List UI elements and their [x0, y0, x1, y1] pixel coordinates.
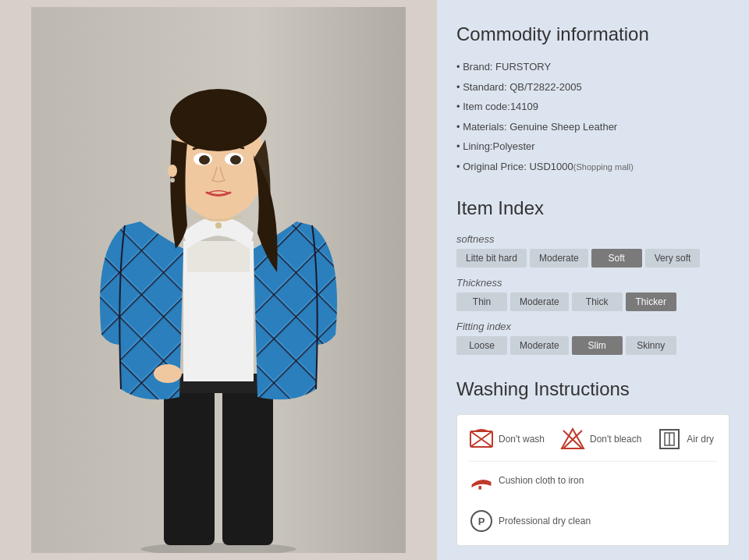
product-image: [0, 0, 437, 560]
index-rows: softnessLitte bit hardModerateSoftVery s…: [456, 233, 729, 355]
index-buttons-1: ThinModerateThickThicker: [456, 292, 729, 311]
washing-divider: [469, 461, 717, 462]
pro-dry-clean-label: Professional dry clean: [499, 516, 591, 526]
index-btn-1-3[interactable]: Thicker: [626, 292, 676, 311]
svg-point-16: [199, 155, 210, 165]
index-btn-1-0[interactable]: Thin: [456, 292, 507, 311]
commodity-detail-item: • Brand: FURSTORY: [456, 59, 729, 75]
no-wash-label: Don't wash: [499, 434, 545, 445]
svg-rect-7: [222, 381, 273, 545]
index-row-label-2: Fitting index: [456, 321, 729, 332]
index-btn-1-2[interactable]: Thick: [572, 292, 623, 311]
no-bleach-icon: [560, 427, 585, 452]
index-row-label-1: Thickness: [456, 277, 729, 289]
index-row-2: Fitting indexLooseModerateSlimSkinny: [456, 321, 729, 355]
cushion-iron-label: Cushion cloth to iron: [499, 475, 584, 486]
index-btn-2-2[interactable]: Slim: [572, 336, 623, 355]
svg-rect-6: [164, 381, 215, 545]
svg-rect-10: [187, 241, 250, 272]
washing-title: Washing Instructions: [456, 378, 729, 400]
index-buttons-0: Litte bit hardModerateSoftVery soft: [456, 249, 729, 268]
cushion-iron-icon: [469, 468, 494, 493]
index-buttons-2: LooseModerateSlimSkinny: [456, 336, 729, 355]
cushion-iron-item: Cushion cloth to iron: [469, 468, 584, 493]
commodity-title: Commodity information: [456, 23, 729, 45]
index-row-label-0: softness: [456, 233, 729, 245]
index-btn-2-0[interactable]: Loose: [456, 336, 507, 355]
no-bleach-item: Don't bleach: [560, 427, 641, 452]
commodity-detail-item: • Original Price: USD1000(Shopping mall): [456, 159, 729, 175]
no-bleach-label: Don't bleach: [590, 434, 641, 445]
index-btn-0-0[interactable]: Litte bit hard: [456, 249, 527, 268]
index-btn-2-1[interactable]: Moderate: [510, 336, 569, 355]
svg-text:P: P: [478, 516, 485, 527]
commodity-detail-item: • Materials: Genuine Sheep Leather: [456, 119, 729, 135]
index-btn-2-3[interactable]: Skinny: [626, 336, 676, 355]
commodity-detail-item: • Standard: QB/T2822-2005: [456, 80, 729, 95]
product-info-panel: Commodity information • Brand: FURSTORY•…: [437, 0, 749, 560]
washing-section: Washing Instructions Don't wash: [456, 378, 729, 546]
no-wash-icon: [469, 427, 494, 452]
svg-point-17: [230, 155, 241, 165]
svg-point-20: [215, 222, 222, 229]
commodity-detail-item: • Lining:Polyester: [456, 139, 729, 154]
index-row-0: softnessLitte bit hardModerateSoftVery s…: [456, 233, 729, 268]
washing-row-1: Don't wash Don't bleach: [469, 427, 717, 452]
item-index-section: Item Index softnessLitte bit hardModerat…: [456, 197, 729, 355]
svg-rect-29: [478, 486, 481, 489]
washing-box: Don't wash Don't bleach: [456, 414, 729, 546]
index-row-1: ThicknessThinModerateThickThicker: [456, 277, 729, 311]
svg-point-18: [168, 165, 177, 177]
product-image-panel: [0, 0, 437, 560]
air-dry-item: Air dry: [657, 427, 714, 452]
index-btn-1-1[interactable]: Moderate: [510, 292, 569, 311]
item-index-title: Item Index: [456, 197, 729, 219]
index-btn-0-1[interactable]: Moderate: [530, 249, 588, 268]
washing-row-2: Cushion cloth to iron P Professional dry…: [469, 468, 717, 533]
index-btn-0-2[interactable]: Soft: [591, 249, 642, 268]
svg-point-19: [170, 178, 175, 183]
air-dry-label: Air dry: [687, 434, 714, 445]
svg-point-21: [154, 364, 182, 383]
index-btn-0-3[interactable]: Very soft: [645, 249, 701, 268]
no-wash-item: Don't wash: [469, 427, 545, 452]
pro-dry-clean-icon: P: [469, 509, 494, 533]
pro-dry-clean-item: P Professional dry clean: [469, 509, 591, 533]
commodity-info-list: • Brand: FURSTORY• Standard: QB/T2822-20…: [456, 59, 729, 174]
commodity-detail-item: • Item code:14109: [456, 99, 729, 115]
svg-point-13: [170, 89, 267, 151]
air-dry-icon: [657, 427, 682, 452]
